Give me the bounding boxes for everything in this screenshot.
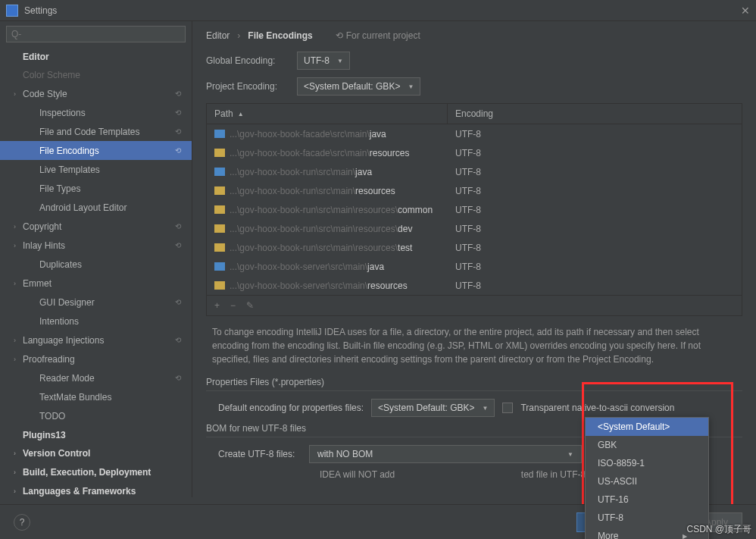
tree-item-label: Inlay Hints (23, 240, 65, 251)
breadcrumb: Editor › File Encodings ⟲ For current pr… (206, 30, 742, 41)
edit-icon[interactable]: ✎ (246, 300, 254, 311)
tree-group-editor[interactable]: Editor (0, 47, 192, 65)
transparent-ascii-checkbox[interactable] (502, 403, 513, 413)
titlebar: Settings ✕ (0, 0, 756, 21)
tree-item-inspections[interactable]: Inspections⟲ (0, 103, 192, 122)
tree-item-duplicates[interactable]: Duplicates (0, 255, 192, 274)
tree-item-language-injections[interactable]: ›Language Injections⟲ (0, 331, 192, 349)
reset-icon: ⟲ (175, 146, 184, 155)
tree-item-gui-designer[interactable]: GUI Designer⟲ (0, 293, 192, 312)
tree-item-label: File Types (39, 183, 80, 194)
chevron-right-icon: › (14, 242, 16, 249)
properties-section-title: Properties Files (*.properties) (206, 377, 742, 391)
tree-item-intentions[interactable]: Intentions (0, 312, 192, 331)
chevron-right-icon: › (14, 90, 16, 98)
encoding-cell[interactable]: UTF-8 (448, 243, 742, 253)
col-path[interactable]: Path ▲ (207, 104, 448, 124)
encoding-cell[interactable]: UTF-8 (448, 262, 742, 272)
content-panel: Editor › File Encodings ⟲ For current pr… (192, 21, 756, 497)
encoding-cell[interactable]: UTF-8 (448, 224, 742, 234)
tree-item-inlay-hints[interactable]: ›Inlay Hints⟲ (0, 236, 192, 255)
project-encoding-label: Project Encoding: (206, 81, 297, 92)
tree-item-languages-frameworks[interactable]: ›Languages & Frameworks (0, 481, 192, 497)
encoding-cell[interactable]: UTF-8 (448, 167, 742, 177)
dropdown-option[interactable]: ISO-8859-1 (586, 454, 708, 472)
tree-item-build-execution-deployment[interactable]: ›Build, Execution, Deployment (0, 462, 192, 481)
table-row[interactable]: ...\gov-hoox-book-run\src\main\resources… (207, 219, 742, 238)
source-folder-icon (214, 130, 225, 138)
dropdown-option[interactable]: US-ASCII (586, 472, 708, 490)
resources-folder-icon (214, 149, 225, 157)
tree-item-emmet[interactable]: ›Emmet (0, 274, 192, 293)
global-encoding-combo[interactable]: UTF-8▼ (297, 52, 350, 70)
table-row[interactable]: ...\gov-hoox-book-run\src\main\javaUTF-8 (207, 162, 742, 181)
crumb-editor[interactable]: Editor (206, 30, 230, 41)
settings-tree: EditorColor Scheme›Code Style⟲Inspection… (0, 47, 192, 497)
chevron-down-icon: ▼ (337, 58, 343, 64)
create-utf8-label: Create UTF-8 files: (218, 449, 301, 459)
encoding-cell[interactable]: UTF-8 (448, 186, 742, 196)
dropdown-option[interactable]: <System Default> (586, 418, 708, 436)
encoding-cell[interactable]: UTF-8 (448, 129, 742, 139)
scope-indicator: ⟲ For current project (336, 30, 420, 41)
col-encoding[interactable]: Encoding (448, 104, 742, 124)
prop-encoding-combo[interactable]: <System Default: GBK>▼ (371, 399, 495, 417)
tree-item-reader-mode[interactable]: Reader Mode⟲ (0, 368, 192, 387)
tree-item-label: Copyright (23, 221, 61, 232)
reset-icon: ⟲ (336, 30, 343, 41)
watermark: CSDN @顶子哥 (686, 523, 751, 536)
tree-item-file-and-code-templates[interactable]: File and Code Templates⟲ (0, 122, 192, 141)
project-encoding-combo[interactable]: <System Default: GBK>▼ (297, 77, 420, 96)
reset-icon: ⟲ (175, 222, 184, 231)
search-input[interactable] (6, 26, 186, 42)
tree-item-color-scheme[interactable]: Color Scheme (0, 65, 192, 84)
tree-item-label: Live Templates (39, 165, 100, 175)
tree-item-android-layout-editor[interactable]: Android Layout Editor (0, 198, 192, 217)
reset-icon: ⟲ (175, 298, 184, 307)
chevron-down-icon: ▼ (408, 83, 414, 90)
remove-icon[interactable]: − (230, 300, 236, 311)
chevron-down-icon: ▼ (483, 405, 489, 412)
encoding-cell[interactable]: UTF-8 (448, 280, 742, 291)
encoding-dropdown: <System Default>GBKISO-8859-1US-ASCIIUTF… (585, 417, 709, 539)
dropdown-option[interactable]: UTF-16 (586, 490, 708, 509)
help-icon[interactable]: ? (14, 514, 30, 531)
tree-item-code-style[interactable]: ›Code Style⟲ (0, 84, 192, 103)
dropdown-option[interactable]: GBK (586, 436, 708, 454)
tree-item-file-types[interactable]: File Types (0, 179, 192, 198)
tree-item-textmate-bundles[interactable]: TextMate Bundles (0, 387, 192, 406)
app-logo-icon (6, 5, 18, 17)
tree-item-label: File Encodings (39, 146, 99, 156)
tree-item-todo[interactable]: TODO (0, 406, 192, 425)
table-row[interactable]: ...\gov-hoox-book-server\src\main\javaUT… (207, 257, 742, 276)
add-icon[interactable]: + (214, 300, 220, 311)
table-row[interactable]: ...\gov-hoox-book-facade\src\main\resour… (207, 143, 742, 162)
reset-icon: ⟲ (175, 241, 184, 250)
table-row[interactable]: ...\gov-hoox-book-server\src\main\resour… (207, 276, 742, 295)
tree-item-live-templates[interactable]: Live Templates (0, 160, 192, 179)
table-row[interactable]: ...\gov-hoox-book-run\src\main\resources… (207, 200, 742, 219)
tree-item-copyright[interactable]: ›Copyright⟲ (0, 217, 192, 236)
table-row[interactable]: ...\gov-hoox-book-run\src\main\resources… (207, 238, 742, 257)
tree-item-proofreading[interactable]: ›Proofreading (0, 349, 192, 368)
reset-icon: ⟲ (175, 89, 184, 99)
create-utf8-combo[interactable]: with NO BOM▼ (309, 445, 582, 463)
plugins-count-badge: 13 (55, 430, 65, 440)
source-folder-icon (214, 168, 225, 176)
resources-folder-icon (214, 205, 225, 214)
tree-item-file-encodings[interactable]: File Encodings⟲ (0, 141, 192, 160)
encoding-table: Path ▲ Encoding ...\gov-hoox-book-facade… (206, 103, 742, 316)
encoding-cell[interactable]: UTF-8 (448, 148, 742, 158)
reset-icon: ⟲ (175, 108, 184, 118)
help-text: To change encoding IntelliJ IDEA uses fo… (212, 325, 736, 366)
tree-item-plugins[interactable]: Plugins13 (0, 425, 192, 443)
tree-item-version-control[interactable]: ›Version Control (0, 443, 192, 462)
chevron-right-icon: › (237, 30, 240, 41)
table-row[interactable]: ...\gov-hoox-book-facade\src\main\javaUT… (207, 124, 742, 143)
table-row[interactable]: ...\gov-hoox-book-run\src\main\resources… (207, 181, 742, 200)
close-icon[interactable]: ✕ (741, 5, 750, 17)
tree-item-label: Android Layout Editor (39, 202, 127, 213)
tree-item-label: TextMate Bundles (39, 392, 111, 403)
encoding-cell[interactable]: UTF-8 (448, 205, 742, 215)
source-folder-icon (214, 262, 225, 271)
